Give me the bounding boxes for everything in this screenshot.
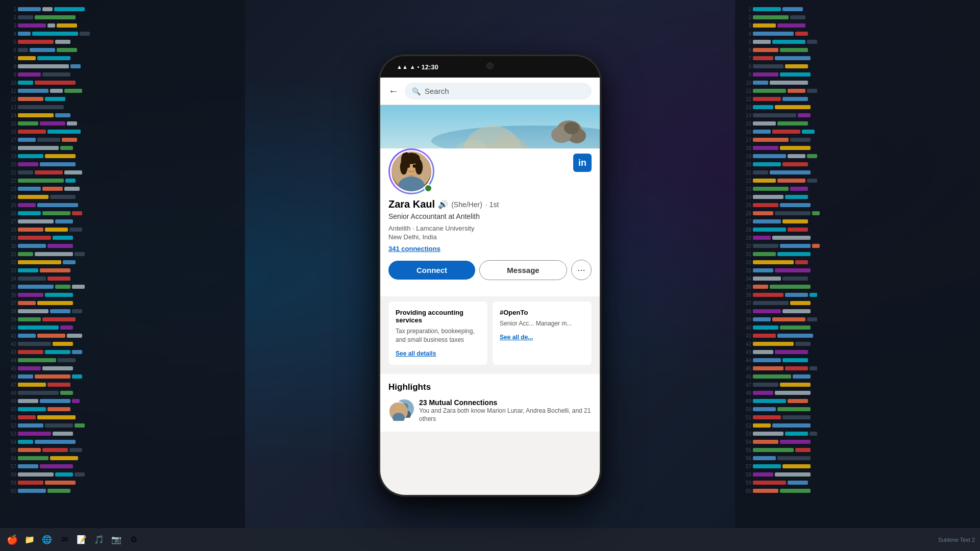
mutual-avatar-1 <box>388 402 407 420</box>
profile-title: Senior Accountant at Antelith <box>388 212 592 220</box>
avatar-wrapper <box>388 148 434 194</box>
profile-meta: Antelith · Lamcane University <box>388 224 592 232</box>
taskbar-icon-music[interactable]: 🎵 <box>92 533 106 547</box>
profile-section: in Zara Kaul 🔊 (She/Her) · 1st Senior Ac… <box>380 148 600 296</box>
svg-point-8 <box>564 122 579 134</box>
signal-icon: ▲▲ <box>397 64 408 70</box>
mutual-avatars <box>388 398 413 423</box>
pronounce-icon[interactable]: 🔊 <box>438 199 448 209</box>
taskbar-icon-mail[interactable]: ✉ <box>57 533 71 547</box>
search-bar[interactable]: ← 🔍 Search <box>380 78 600 105</box>
back-button[interactable]: ← <box>388 85 399 97</box>
degree-badge: · 1st <box>485 201 499 209</box>
connections-link[interactable]: 341 connections <box>388 245 592 253</box>
action-buttons: Connect Message ··· <box>388 260 592 280</box>
profile-pronouns: (She/Her) <box>451 201 482 209</box>
services-card-link[interactable]: See all details <box>396 350 436 357</box>
phone-screen[interactable]: ← 🔍 Search <box>380 78 600 495</box>
profile-university: Lamcane University <box>416 224 474 232</box>
mutual-connections-count: 23 Mutual Connections <box>419 398 592 407</box>
taskbar-icon-settings[interactable]: ⚙ <box>127 533 141 547</box>
more-button[interactable]: ··· <box>571 260 592 280</box>
online-indicator <box>424 184 432 192</box>
status-icons: ▲▲ ▲ ▪ 12:30 <box>397 63 438 71</box>
left-code-panel: 1 2 3 4 5 6 7 8 9 10 11 12 13 14 15 16 1… <box>0 0 245 551</box>
status-bar: ▲▲ ▲ ▪ 12:30 <box>380 56 600 78</box>
open-to-card: #OpenTo Senior Acc... Manager m... See a… <box>493 302 592 365</box>
taskbar-status: Sublime Text 2 <box>938 537 975 543</box>
open-to-card-title: #OpenTo <box>500 309 584 316</box>
wifi-icon: ▲ <box>410 64 415 70</box>
mutual-connections-desc: You and Zara both know Marion Lunar, And… <box>419 407 592 424</box>
profile-company: Antelith <box>388 224 410 232</box>
services-card: Providing accounting services Tax prepar… <box>388 302 487 365</box>
profile-name: Zara Kaul <box>388 198 435 210</box>
info-cards-row: Providing accounting services Tax prepar… <box>380 296 600 370</box>
battery-icon: ▪ <box>418 64 420 70</box>
connect-button[interactable]: Connect <box>388 261 475 280</box>
highlights-title: Highlights <box>388 382 592 392</box>
profile-name-row: Zara Kaul 🔊 (She/Her) · 1st <box>388 198 592 210</box>
phone-device: ▲▲ ▲ ▪ 12:30 ← 🔍 Search <box>380 56 600 495</box>
open-to-card-desc: Senior Acc... Manager m... <box>500 319 584 328</box>
linkedin-badge: in <box>573 154 592 172</box>
svg-point-21 <box>395 406 402 413</box>
taskbar-icon-apple[interactable]: 🍎 <box>5 533 19 547</box>
more-icon: ··· <box>577 265 585 276</box>
search-input[interactable]: Search <box>425 87 449 95</box>
status-time: 12:30 <box>422 63 438 71</box>
phone-container: ▲▲ ▲ ▪ 12:30 ← 🔍 Search <box>380 56 600 495</box>
taskbar-icon-photos[interactable]: 📷 <box>109 533 124 547</box>
svg-point-17 <box>413 164 416 168</box>
front-camera <box>486 62 494 69</box>
services-card-title: Providing accounting services <box>396 309 480 324</box>
search-icon: 🔍 <box>412 87 421 95</box>
taskbar: 🍎 📁 🌐 ✉ 📝 🎵 📷 ⚙ Sublime Text 2 <box>0 528 980 551</box>
services-card-desc: Tax preparation, bookeeping, and small b… <box>396 327 480 344</box>
taskbar-icon-browser[interactable]: 🌐 <box>40 533 54 547</box>
mutual-connections[interactable]: 23 Mutual Connections You and Zara both … <box>388 398 592 424</box>
open-to-card-link[interactable]: See all de... <box>500 334 533 341</box>
highlights-section: Highlights <box>380 374 600 432</box>
search-input-wrapper[interactable]: 🔍 Search <box>405 83 592 99</box>
message-button[interactable]: Message <box>479 260 567 280</box>
profile-location: New Delhi, India <box>388 233 592 241</box>
svg-point-19 <box>401 152 411 169</box>
taskbar-icon-notes[interactable]: 📝 <box>75 533 89 547</box>
taskbar-icon-finder[interactable]: 📁 <box>22 533 37 547</box>
right-code-panel: 1 2 3 4 5 6 7 8 9 10 11 12 13 14 15 16 1… <box>735 0 980 551</box>
mutual-text: 23 Mutual Connections You and Zara both … <box>419 398 592 424</box>
